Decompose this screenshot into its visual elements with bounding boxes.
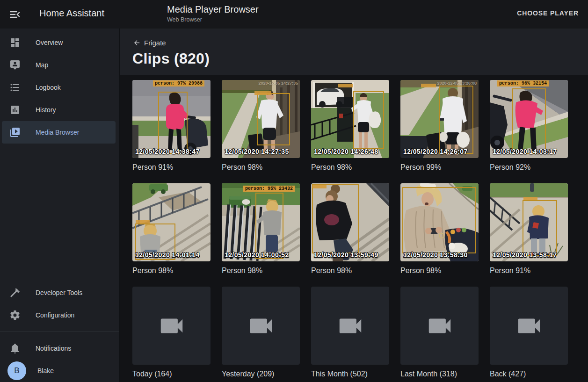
- clip-caption: Person 92%: [490, 163, 568, 177]
- detection-bbox: [255, 193, 283, 259]
- video-camera-icon: [425, 311, 454, 340]
- media-grid: person: 97% 29988 12/05/2020 14:38:47 Pe…: [120, 75, 588, 382]
- detection-bbox: [512, 88, 546, 154]
- folder-label: Last Month (318): [400, 369, 479, 382]
- user-avatar: B: [7, 361, 26, 380]
- clip-card[interactable]: 2020-12-05 14:27:35 12/05/2020 14:27:35 …: [222, 80, 300, 177]
- detection-tag-small: [136, 220, 150, 223]
- sidebar-item-overview[interactable]: Overview: [2, 31, 116, 54]
- clip-timestamp: 12/05/2020 14:03:17: [493, 148, 557, 155]
- folder-thumbnail: [132, 287, 211, 365]
- clip-thumbnail-image: person: 96% 32154 12/05/2020 14:03:17: [490, 80, 568, 158]
- media-browser-title: Media Player Browser: [167, 4, 259, 15]
- map-account-icon: [9, 59, 21, 71]
- detection-bbox: [523, 200, 557, 256]
- detection-tag-small: [421, 84, 436, 87]
- content-header: Frigate Clips (820): [120, 29, 588, 75]
- clip-timestamp: 12/05/2020 14:26:07: [403, 148, 468, 155]
- page-title-block: Media Player Browser Web Browser: [167, 4, 259, 23]
- folder-thumbnail: [311, 287, 389, 365]
- gear-icon: [9, 310, 21, 321]
- clip-card[interactable]: person: 97% 29988 12/05/2020 14:38:47 Pe…: [132, 80, 211, 177]
- folder-card-yesterday[interactable]: Yesterday (209): [222, 287, 300, 382]
- breadcrumb-label: Frigate: [144, 39, 166, 47]
- detection-bbox: [257, 93, 290, 145]
- clip-timestamp: 12/05/2020 14:27:35: [225, 148, 289, 155]
- clip-thumbnail-image: 2020-12-05 13:26:08 12/05/2020 14:26:07: [400, 80, 479, 158]
- folder-label: Today (164): [132, 369, 211, 382]
- play-box-multiple-icon: [9, 127, 21, 138]
- hammer-icon: [9, 287, 21, 298]
- clip-timestamp: 12/05/2020 14:01:14: [135, 251, 200, 259]
- sidebar-item-developer-tools[interactable]: Developer Tools: [2, 281, 116, 304]
- sidebar-divider: [0, 332, 119, 332]
- camera-osd-timestamp: 2020-12-05 13:26:08: [437, 81, 477, 86]
- detection-bbox: [312, 184, 359, 253]
- sidebar-item-map[interactable]: Map: [2, 54, 116, 76]
- folder-card-this-month[interactable]: This Month (502): [311, 287, 389, 382]
- clip-thumbnail-image: 12/05/2020 14:26:48: [311, 80, 389, 158]
- sidebar-item-logbook[interactable]: Logbook: [2, 76, 116, 99]
- list-icon: [9, 82, 21, 93]
- clip-timestamp: 12/05/2020 13:59:49: [314, 251, 378, 259]
- clip-card[interactable]: 12/05/2020 13:58:17 Person 91%: [490, 183, 568, 281]
- clip-timestamp: 12/05/2020 13:58:30: [403, 251, 468, 259]
- folder-thumbnail: [400, 287, 479, 365]
- clip-card[interactable]: 12/05/2020 14:01:14 Person 98%: [132, 183, 211, 281]
- clip-thumbnail-image: person: 97% 29988 12/05/2020 14:38:47: [132, 80, 211, 158]
- clip-caption: Person 98%: [311, 163, 389, 177]
- folder-card-today[interactable]: Today (164): [132, 287, 211, 382]
- bell-icon: [9, 343, 21, 354]
- clip-timestamp: 12/05/2020 13:58:17: [493, 251, 557, 259]
- video-camera-icon: [515, 311, 544, 340]
- clip-caption: Person 99%: [400, 163, 479, 177]
- clip-caption: Person 98%: [400, 266, 479, 281]
- detection-tag-small: [312, 185, 327, 188]
- clip-caption: Person 91%: [490, 266, 568, 281]
- clip-card[interactable]: 12/05/2020 13:59:49 Person 98%: [311, 183, 389, 281]
- choose-player-button[interactable]: CHOOSE PLAYER: [517, 9, 579, 17]
- clip-thumbnail-image: person: 95% 23432 12/05/2020 14:00:52: [222, 183, 300, 261]
- breadcrumb[interactable]: Frigate: [133, 39, 166, 47]
- sidebar-spacer: [0, 144, 119, 281]
- clip-caption: Person 98%: [311, 266, 389, 281]
- clip-card[interactable]: 12/05/2020 13:58:30 Person 98%: [400, 183, 479, 281]
- clip-timestamp: 12/05/2020 14:38:47: [135, 148, 200, 155]
- clip-card[interactable]: 12/05/2020 14:26:48 Person 98%: [311, 80, 389, 177]
- sidebar-item-history[interactable]: History: [2, 99, 116, 121]
- sidebar-item-user[interactable]: B Blake: [2, 360, 116, 382]
- clip-thumbnail-image: 12/05/2020 13:59:49: [311, 183, 389, 261]
- sidebar-item-media-browser[interactable]: Media Browser: [2, 121, 116, 144]
- detection-tag: person: 96% 32154: [497, 80, 549, 86]
- clip-thumbnail-image: 12/05/2020 13:58:17: [490, 183, 568, 261]
- detection-bbox: [353, 91, 384, 149]
- clip-timestamp: 12/05/2020 14:26:48: [314, 148, 378, 155]
- clip-card[interactable]: person: 95% 23432 12/05/2020 14:00:52 Pe…: [222, 183, 300, 281]
- folder-thumbnail: [222, 287, 300, 365]
- video-camera-icon: [157, 311, 186, 340]
- app-header: Home Assistant Media Player Browser Web …: [0, 0, 588, 29]
- folder-label: Back (427): [490, 369, 568, 382]
- folder-card-back[interactable]: Back (427): [490, 287, 568, 382]
- clip-card[interactable]: 2020-12-05 13:26:08 12/05/2020 14:26:07 …: [400, 80, 479, 177]
- folder-card-last-month[interactable]: Last Month (318): [400, 287, 479, 382]
- chart-box-icon: [9, 104, 21, 115]
- app-title: Home Assistant: [39, 8, 104, 19]
- clip-timestamp: 12/05/2020 14:00:52: [225, 251, 289, 259]
- page-title: Clips (820): [132, 50, 210, 67]
- detection-tag: person: 95% 23432: [243, 186, 295, 192]
- arrow-left-icon: [133, 39, 141, 47]
- sidebar-toggle-icon[interactable]: [8, 8, 22, 21]
- clip-card[interactable]: person: 96% 32154 12/05/2020 14:03:17 Pe…: [490, 80, 568, 177]
- detection-tag-small: [254, 91, 271, 95]
- detection-bbox: [158, 92, 188, 154]
- clip-caption: Person 98%: [222, 266, 300, 281]
- folder-thumbnail: [490, 287, 568, 365]
- detection-bbox: [402, 187, 476, 253]
- video-camera-icon: [247, 311, 276, 340]
- detection-bbox: [439, 86, 473, 154]
- video-camera-icon: [336, 311, 365, 340]
- sidebar-item-notifications[interactable]: Notifications: [2, 337, 116, 360]
- sidebar-item-configuration[interactable]: Configuration: [2, 304, 116, 326]
- detection-tag-small: [338, 84, 353, 87]
